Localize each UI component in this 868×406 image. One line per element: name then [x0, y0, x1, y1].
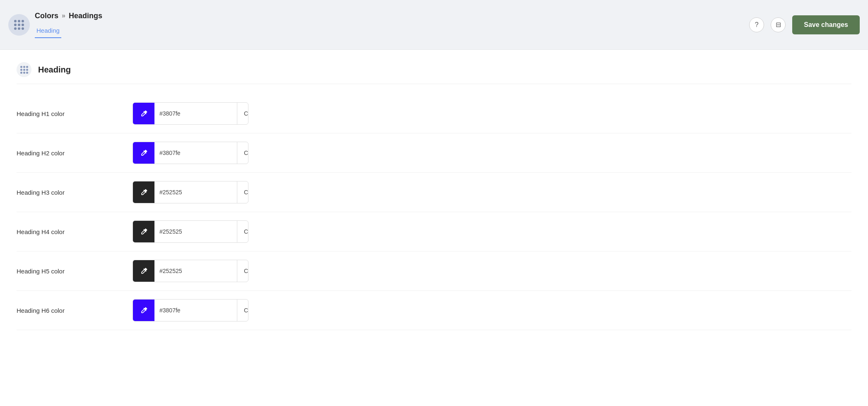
dot-sm	[23, 66, 25, 68]
color-picker-wrapper-h2: Clear	[133, 142, 248, 164]
color-swatch-h6[interactable]	[133, 300, 154, 321]
save-changes-button[interactable]: Save changes	[792, 15, 860, 34]
app-dots-grid	[14, 20, 24, 30]
color-row: Heading H1 color Clear	[17, 94, 851, 133]
header-right: ? ⊟ Save changes	[749, 15, 860, 34]
breadcrumb-headings: Headings	[69, 12, 102, 20]
eyedropper-icon	[140, 188, 148, 196]
color-swatch-h1[interactable]	[133, 103, 154, 124]
eyedropper-icon	[140, 267, 148, 275]
breadcrumb-arrow: »	[62, 12, 65, 19]
dot-sm	[23, 69, 25, 71]
color-row: Heading H6 color Clear	[17, 291, 851, 330]
color-picker-wrapper-h6: Clear	[133, 299, 248, 321]
color-value-h6[interactable]	[154, 307, 237, 314]
dot	[22, 24, 24, 26]
main-content: Heading Heading H1 color Clear Heading H…	[0, 50, 868, 406]
color-label-h6: Heading H6 color	[17, 307, 133, 314]
color-swatch-h5[interactable]	[133, 260, 154, 282]
dot	[22, 20, 24, 22]
color-label-h4: Heading H4 color	[17, 228, 133, 235]
eyedropper-icon	[140, 149, 148, 157]
color-swatch-h3[interactable]	[133, 181, 154, 203]
breadcrumb: Colors » Headings Heading	[35, 12, 102, 38]
tab-heading[interactable]: Heading	[35, 24, 61, 38]
dot-sm	[20, 72, 22, 74]
color-value-h4[interactable]	[154, 228, 237, 235]
clear-button-h2[interactable]: Clear	[237, 142, 248, 164]
help-button[interactable]: ?	[749, 17, 764, 32]
clear-button-h6[interactable]: Clear	[237, 300, 248, 321]
color-label-h5: Heading H5 color	[17, 268, 133, 275]
color-label-h2: Heading H2 color	[17, 150, 133, 157]
color-rows-container: Heading H1 color Clear Heading H2 color	[17, 94, 851, 330]
breadcrumb-tabs: Heading	[35, 24, 102, 38]
dot	[22, 27, 24, 30]
color-picker-wrapper-h3: Clear	[133, 181, 248, 203]
color-row: Heading H5 color Clear	[17, 251, 851, 291]
color-row: Heading H4 color Clear	[17, 212, 851, 251]
dot-sm	[20, 69, 22, 71]
section-dots-grid	[20, 66, 28, 74]
color-row: Heading H2 color Clear	[17, 133, 851, 173]
dot	[18, 27, 20, 30]
clear-button-h5[interactable]: Clear	[237, 260, 248, 282]
clear-button-h1[interactable]: Clear	[237, 103, 248, 124]
dot-sm	[23, 72, 25, 74]
eyedropper-icon	[140, 306, 148, 314]
dot	[14, 20, 17, 22]
dot-sm	[20, 66, 22, 68]
dot-sm	[26, 69, 28, 71]
color-value-h3[interactable]	[154, 189, 237, 196]
color-label-h3: Heading H3 color	[17, 189, 133, 196]
eyedropper-icon	[140, 227, 148, 236]
dot	[14, 24, 17, 26]
color-value-h5[interactable]	[154, 268, 237, 274]
color-swatch-h4[interactable]	[133, 221, 154, 242]
header-left: Colors » Headings Heading	[8, 12, 102, 38]
color-picker-wrapper-h5: Clear	[133, 260, 248, 282]
clear-button-h4[interactable]: Clear	[237, 221, 248, 242]
app-icon[interactable]	[8, 14, 30, 36]
section-title: Heading	[38, 65, 71, 75]
clipboard-icon: ⊟	[776, 21, 781, 29]
color-row: Heading H3 color Clear	[17, 173, 851, 212]
header: Colors » Headings Heading ? ⊟ Save chang…	[0, 0, 868, 50]
section-icon	[17, 62, 31, 77]
breadcrumb-colors[interactable]: Colors	[35, 12, 58, 20]
dot	[14, 27, 17, 30]
dot-sm	[26, 72, 28, 74]
section-header: Heading	[17, 62, 851, 84]
eyedropper-icon	[140, 109, 148, 118]
color-value-h1[interactable]	[154, 110, 237, 117]
help-icon: ?	[755, 21, 759, 29]
clipboard-button[interactable]: ⊟	[771, 17, 786, 32]
color-label-h1: Heading H1 color	[17, 110, 133, 117]
breadcrumb-top: Colors » Headings	[35, 12, 102, 20]
clear-button-h3[interactable]: Clear	[237, 181, 248, 203]
dot-sm	[26, 66, 28, 68]
color-picker-wrapper-h4: Clear	[133, 220, 248, 243]
dot	[18, 24, 20, 26]
color-value-h2[interactable]	[154, 150, 237, 156]
color-swatch-h2[interactable]	[133, 142, 154, 164]
dot	[18, 20, 20, 22]
color-picker-wrapper-h1: Clear	[133, 102, 248, 125]
